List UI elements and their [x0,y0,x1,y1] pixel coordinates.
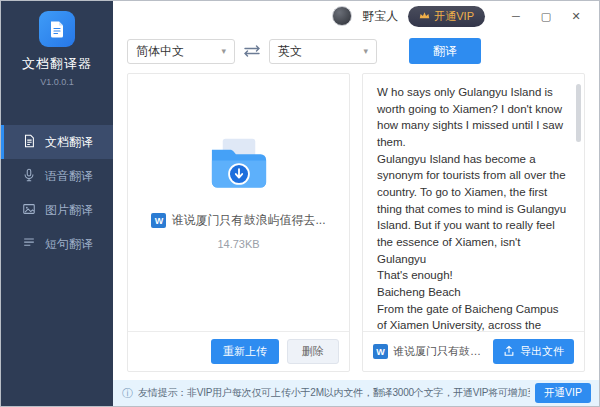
chevron-down-icon: ▾ [221,46,226,56]
swap-languages-button[interactable] [235,45,269,57]
maximize-button[interactable]: ▢ [533,5,559,27]
export-file-button[interactable]: 导出文件 [493,339,574,364]
microphone-icon [22,168,36,185]
app-name: 文档翻译器 [22,55,92,73]
translate-button[interactable]: 翻译 [409,38,481,64]
footer-bar: ⓘ 友情提示：非VIP用户每次仅可上传小于2M以内文件，翻译3000个文字，开通… [113,380,599,406]
word-file-icon: W [373,344,388,359]
close-button[interactable]: ✕ [563,5,589,27]
sidebar-item-voice-translate[interactable]: 语音翻译 [1,159,113,193]
document-translate-icon [22,134,36,151]
uploaded-file-size: 14.73KB [217,238,259,250]
sidebar-nav: 文档翻译 语音翻译 图片翻译 短句翻译 [1,125,113,261]
sidebar-item-label: 图片翻译 [45,202,93,219]
language-toolbar: 简体中文 ▾ 英文 ▾ 翻译 [113,31,599,71]
source-language-value: 简体中文 [136,43,184,60]
sidebar-item-label: 文档翻译 [45,134,93,151]
sidebar-item-label: 语音翻译 [45,168,93,185]
footer-open-vip-button[interactable]: 开通VIP [535,383,591,403]
scrollbar[interactable] [576,84,581,142]
upload-panel: W 谁说厦门只有鼓浪屿值得去... 14.73KB 重新上传 删除 [127,73,350,372]
translated-text: W ho says only Gulangyu Island is worth … [363,74,584,331]
app-window: 文档翻译器 V1.0.0.1 文档翻译 语音翻译 图片翻译 短句翻译 野宝人 [0,0,600,407]
export-icon [503,345,515,359]
app-version: V1.0.0.1 [40,77,74,87]
delete-button[interactable]: 删除 [287,339,339,364]
result-file-name: 谁说厦门只有鼓浪屿值得去... [393,344,485,359]
reupload-button[interactable]: 重新上传 [211,339,279,364]
content-panels: W 谁说厦门只有鼓浪屿值得去... 14.73KB 重新上传 删除 W ho s… [113,71,599,380]
username[interactable]: 野宝人 [362,8,398,25]
sidebar: 文档翻译器 V1.0.0.1 文档翻译 语音翻译 图片翻译 短句翻译 [1,1,113,406]
main-area: 简体中文 ▾ 英文 ▾ 翻译 [113,31,599,380]
upload-folder-icon [206,137,272,196]
result-panel: W ho says only Gulangyu Island is worth … [362,73,585,372]
user-avatar[interactable] [332,6,352,26]
uploaded-file-name: 谁说厦门只有鼓浪屿值得去... [171,212,325,229]
target-language-value: 英文 [278,43,302,60]
footer-tip: 友情提示：非VIP用户每次仅可上传小于2M以内文件，翻译3000个文字，开通VI… [138,386,530,400]
sidebar-item-sentence-translate[interactable]: 短句翻译 [1,227,113,261]
sidebar-item-label: 短句翻译 [45,236,93,253]
open-vip-label: 开通VIP [434,9,474,24]
text-lines-icon [22,236,36,253]
uploaded-file-display: W 谁说厦门只有鼓浪屿值得去... 14.73KB [128,74,349,331]
info-icon: ⓘ [122,386,133,401]
uploaded-file-row: W 谁说厦门只有鼓浪屿值得去... [151,212,325,229]
crown-icon [419,10,430,22]
source-language-select[interactable]: 简体中文 ▾ [127,39,235,64]
result-panel-footer: W 谁说厦门只有鼓浪屿值得去... 导出文件 [363,331,584,371]
word-file-icon: W [151,213,166,228]
result-file-chip: W 谁说厦门只有鼓浪屿值得去... [373,344,485,359]
minimize-button[interactable]: ─ [503,5,529,27]
chevron-down-icon: ▾ [363,46,368,56]
sidebar-item-document-translate[interactable]: 文档翻译 [1,125,113,159]
open-vip-button[interactable]: 开通VIP [408,6,485,27]
image-icon [22,202,36,219]
titlebar: 野宝人 开通VIP ─ ▢ ✕ [113,1,599,31]
sidebar-item-image-translate[interactable]: 图片翻译 [1,193,113,227]
app-logo-icon [39,11,75,47]
upload-panel-footer: 重新上传 删除 [128,331,349,371]
window-controls: ─ ▢ ✕ [503,5,589,27]
export-file-label: 导出文件 [520,344,564,359]
target-language-select[interactable]: 英文 ▾ [269,39,377,64]
